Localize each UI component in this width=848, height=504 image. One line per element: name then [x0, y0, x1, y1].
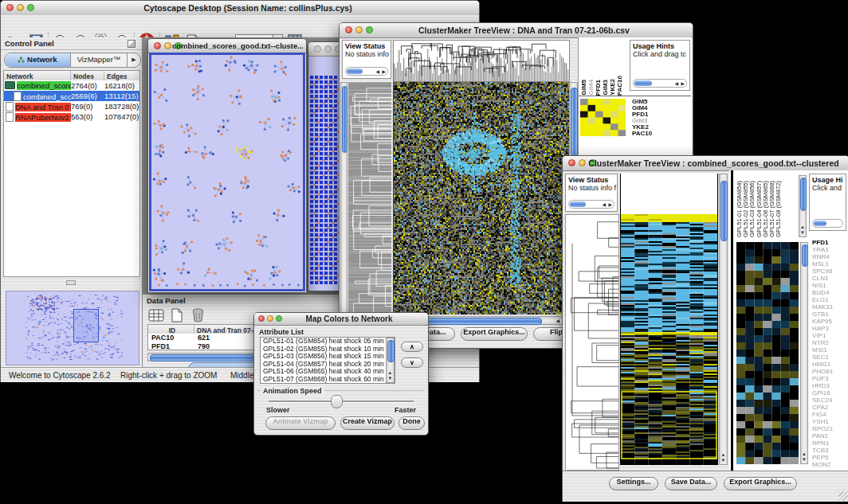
scroll-left-icon[interactable]: ◀	[602, 201, 606, 209]
new-attribute-icon[interactable]	[168, 307, 186, 324]
scroll-up-icon[interactable]: ▲	[720, 452, 727, 458]
column-label[interactable]: GPL51-07 (GSM868)	[768, 181, 775, 237]
export-graphics-button[interactable]: Export Graphics...	[461, 327, 528, 341]
gene-label[interactable]: RNR4	[810, 253, 847, 260]
gene-label[interactable]: MON2	[810, 461, 847, 468]
zoom-heatmap-canvas[interactable]	[580, 99, 626, 136]
column-label[interactable]: GPL51-04 (GSM857)	[756, 181, 762, 237]
close-button[interactable]	[314, 45, 321, 53]
gene-label[interactable]: SEC24	[810, 397, 847, 404]
dialog-titlebar[interactable]: Map Colors to Network	[254, 313, 428, 326]
overview-canvas[interactable]	[6, 291, 137, 363]
gene-label[interactable]: NIS1	[810, 282, 847, 289]
zoom-heatmap-canvas[interactable]	[736, 242, 799, 464]
gene-label[interactable]: HAP3	[810, 325, 847, 332]
gene-label[interactable]: PUF3	[810, 375, 847, 382]
gene-label[interactable]: CPA2	[810, 404, 847, 411]
gene-label[interactable]: VIP1	[810, 332, 847, 339]
scroll-down-icon[interactable]: ▼	[387, 376, 394, 381]
col-header-network[interactable]: Network	[4, 71, 71, 80]
settings-button[interactable]: Settings...	[609, 477, 658, 490]
gene-label[interactable]: PFD1	[810, 239, 847, 246]
gene-label[interactable]: HRD3	[810, 382, 847, 389]
gene-label[interactable]: PHO81	[810, 368, 847, 375]
usage-hints-scrollbar[interactable]	[812, 219, 843, 228]
gene-label[interactable]: NTR2	[810, 339, 847, 346]
view-status-scrollbar[interactable]: ◀ ▶	[568, 200, 614, 209]
gene-label[interactable]: TCB3	[810, 447, 847, 454]
treeview-dna-titlebar[interactable]: ClusterMaker TreeView : DNA and Tran 07-…	[340, 23, 693, 38]
network-row[interactable]: combined_scores 2764(0) 16218(0)	[4, 80, 139, 91]
column-label[interactable]: PFD1	[595, 80, 602, 96]
attribute-list-item[interactable]: GPL51-07 (GSM868) heat shock 60 min	[261, 376, 386, 384]
scroll-up-icon[interactable]: ▲	[799, 225, 806, 230]
gene-label[interactable]: PAN1	[810, 432, 847, 440]
save-data-button[interactable]: Save Data...	[665, 477, 717, 490]
network-row-selected[interactable]: combined_sco 2569(6) 13112(15)	[4, 91, 139, 101]
close-button[interactable]	[154, 42, 161, 49]
gene-label[interactable]: RPO21	[810, 425, 847, 432]
attribute-list-scrollbar[interactable]: ▲ ▼	[386, 338, 395, 383]
column-label-scrollbar[interactable]: ▲ ▼	[799, 175, 807, 237]
gene-label[interactable]: SPC98	[810, 268, 847, 275]
slider-thumb[interactable]	[331, 395, 343, 408]
network-overview[interactable]	[6, 291, 139, 365]
scroll-down-icon[interactable]: ▼	[801, 457, 807, 463]
gene-label[interactable]: MSI1	[810, 346, 847, 354]
gene-label[interactable]: SEC1	[810, 354, 847, 361]
tab-network[interactable]: Network	[5, 53, 71, 67]
col-header-nodes[interactable]: Nodes	[71, 71, 104, 80]
scroll-right-icon[interactable]: ▶	[681, 80, 685, 88]
column-label[interactable]: PAC10	[616, 76, 623, 96]
gene-label[interactable]: PEP5	[810, 454, 847, 461]
gene-label[interactable]: GTB1	[810, 311, 847, 318]
minimize-button[interactable]	[324, 45, 332, 53]
network-row[interactable]: RNAPuberNov2+ 563(0) 107847(0)	[4, 111, 139, 122]
scroll-left-icon[interactable]: ◀	[674, 80, 678, 88]
gene-label[interactable]: FIG4	[810, 411, 847, 418]
gene-label[interactable]: BUD4	[810, 289, 847, 296]
network-row[interactable]: DNA and Tran 07 769(0) 183728(0)	[4, 101, 139, 111]
gene-label[interactable]: MAK31	[810, 303, 847, 311]
zoom-vscrollbar[interactable]: ▲ ▼	[800, 242, 808, 464]
network-view-titlebar[interactable]: combined_scores_good.txt--cluste...	[148, 39, 306, 53]
left-vscrollbar[interactable]	[340, 82, 347, 315]
move-down-button[interactable]: ∨	[401, 357, 423, 368]
view-status-scrollbar[interactable]: ◀ ▶	[345, 67, 388, 76]
row-dendrogram-canvas[interactable]	[348, 82, 391, 315]
scroll-right-icon[interactable]: ▶	[608, 201, 612, 209]
gene-label[interactable]: YSH1	[810, 418, 847, 425]
resize-grip[interactable]	[838, 491, 848, 501]
scroll-up-icon[interactable]: ▲	[387, 370, 394, 376]
col-header-edges[interactable]: Edges	[104, 71, 139, 80]
gene-label[interactable]: HMG1	[810, 361, 847, 368]
export-graphics-button[interactable]: Export Graphics...	[724, 477, 797, 490]
column-label[interactable]: GIM4	[587, 80, 595, 96]
scroll-up-icon[interactable]: ▲	[801, 451, 807, 457]
table-cell-id[interactable]: PFD1	[148, 342, 194, 351]
scroll-right-icon[interactable]: ▶	[382, 68, 386, 76]
treeview-combined-titlebar[interactable]: ClusterMaker TreeView : combined_scores_…	[563, 156, 848, 171]
gene-label[interactable]: GPI16	[810, 389, 847, 397]
close-button[interactable]	[568, 159, 575, 166]
tab-vizmapper[interactable]: VizMapper™	[71, 53, 128, 67]
global-heatmap-canvas[interactable]	[620, 214, 718, 465]
gene-label[interactable]: KAP95	[810, 318, 847, 325]
global-vscrollbar[interactable]: ▲ ▼	[719, 174, 728, 465]
gene-label[interactable]: RPN1	[810, 440, 847, 447]
create-vizmap-button[interactable]: Create Vizmap	[340, 416, 395, 430]
animate-vizmap-button[interactable]: Animate Vizmap	[265, 416, 336, 430]
tab-overflow-arrow[interactable]: ▶	[128, 53, 140, 67]
column-label[interactable]: GIM3	[602, 80, 609, 96]
main-titlebar[interactable]: Cytoscape Desktop (Session Name: collins…	[1, 1, 479, 16]
scroll-left-icon[interactable]: ◀	[375, 68, 379, 76]
scroll-down-icon[interactable]: ▼	[799, 230, 806, 236]
close-button[interactable]	[258, 315, 265, 322]
close-button[interactable]	[6, 4, 14, 11]
gene-label[interactable]: ELG1	[810, 296, 847, 303]
column-label[interactable]: GPL51-06 (GSM865)	[762, 181, 768, 237]
column-label[interactable]: GIM5	[580, 80, 587, 96]
minimize-button[interactable]	[267, 315, 273, 322]
move-up-button[interactable]: ∧	[401, 342, 423, 352]
usage-hints-scrollbar[interactable]: ◀ ▶	[633, 79, 687, 88]
